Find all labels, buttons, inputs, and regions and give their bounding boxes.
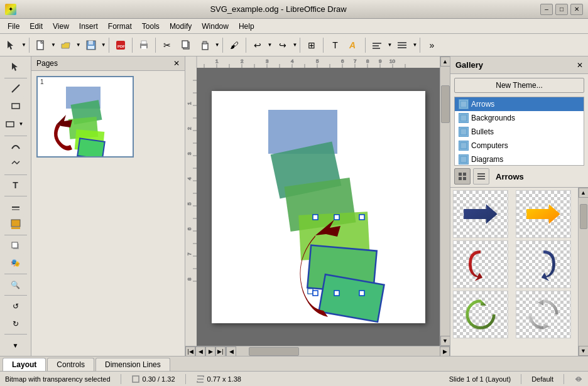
- gallery-vscroll[interactable]: ▲ ▼: [578, 188, 588, 356]
- pointer-tool[interactable]: [7, 59, 24, 75]
- svg-rect-2: [89, 41, 93, 45]
- canvas-container[interactable]: 1 2 3 4 5 6: [185, 68, 440, 346]
- text-tool-btn[interactable]: T: [326, 36, 344, 54]
- rect-tool[interactable]: [7, 98, 24, 114]
- curve-tool[interactable]: [7, 138, 24, 154]
- tab-layout[interactable]: Layout: [3, 358, 46, 371]
- open-btn[interactable]: [57, 36, 75, 54]
- select-tool-arrow[interactable]: ▼: [21, 42, 26, 48]
- new-theme-button[interactable]: New Theme...: [454, 78, 584, 93]
- gallery-item-6[interactable]: [516, 291, 571, 338]
- gallery-list-item-1[interactable]: Backgrounds: [455, 111, 584, 125]
- rotate-left-btn[interactable]: ↺: [7, 298, 24, 314]
- menubar-item-edit[interactable]: Edit: [24, 21, 48, 32]
- close-button[interactable]: ✕: [570, 4, 583, 15]
- gallery-grid-view-btn[interactable]: [454, 168, 471, 185]
- cut-btn[interactable]: ✂: [158, 36, 176, 54]
- gallery-item-3[interactable]: [453, 240, 508, 288]
- paste-arrow[interactable]: ▼: [215, 42, 220, 48]
- hscroll-right[interactable]: ▶: [440, 346, 450, 357]
- line-tool[interactable]: [7, 80, 24, 97]
- vscroll-track[interactable]: [440, 67, 450, 336]
- canvas-page[interactable]: [212, 91, 425, 323]
- undo-arrow[interactable]: ▼: [268, 42, 273, 48]
- gallery-item-2[interactable]: [516, 190, 571, 238]
- gallery-vscroll-thumb[interactable]: [580, 204, 587, 229]
- text-insert-tool[interactable]: T: [7, 177, 24, 193]
- vscroll-down[interactable]: ▼: [440, 336, 450, 346]
- gallery-close-btn[interactable]: ✕: [577, 61, 583, 70]
- copy-btn[interactable]: [177, 36, 195, 54]
- effects-btn[interactable]: 🎭: [7, 255, 24, 271]
- last-page-btn[interactable]: ▶|: [215, 346, 226, 356]
- fontwork-btn[interactable]: A: [345, 36, 362, 54]
- chart-btn[interactable]: ⊞: [303, 36, 320, 54]
- zoom-tool[interactable]: 🔍: [7, 277, 24, 293]
- save-arrow[interactable]: ▼: [101, 42, 106, 48]
- gallery-vscroll-up[interactable]: ▲: [579, 188, 589, 198]
- maximize-button[interactable]: □: [555, 4, 568, 15]
- new-btn[interactable]: [32, 36, 50, 54]
- more-tools-btn[interactable]: ▼: [7, 337, 24, 353]
- gallery-list-item-3[interactable]: Computers: [455, 139, 584, 153]
- gallery-item-4[interactable]: [516, 240, 571, 288]
- paste-btn[interactable]: [196, 36, 214, 54]
- page-1-thumb[interactable]: 1: [36, 76, 134, 158]
- gallery-vscroll-track[interactable]: [579, 198, 588, 346]
- vscroll-thumb[interactable]: [441, 85, 450, 123]
- gallery-list-item-2[interactable]: Bullets: [455, 125, 584, 139]
- first-page-btn[interactable]: |◀: [185, 346, 195, 356]
- pages-close-btn[interactable]: ✕: [173, 59, 180, 68]
- undo-btn[interactable]: ↩: [249, 36, 266, 54]
- menubar-item-insert[interactable]: Insert: [74, 21, 103, 32]
- select-tool-btn[interactable]: [3, 36, 20, 54]
- hscroll-track[interactable]: [236, 346, 440, 357]
- new-arrow[interactable]: ▼: [51, 42, 56, 48]
- redo-arrow[interactable]: ▼: [293, 42, 298, 48]
- print-btn[interactable]: [135, 36, 153, 54]
- prev-page-btn[interactable]: ◀: [195, 346, 205, 356]
- save-btn[interactable]: [82, 36, 100, 54]
- canvas-vscroll[interactable]: ▲ ▼: [440, 56, 450, 346]
- vscroll-up[interactable]: ▲: [440, 56, 450, 67]
- canvas-inner[interactable]: [197, 68, 440, 346]
- align-arrow[interactable]: ▼: [387, 42, 392, 48]
- menubar-item-view[interactable]: View: [48, 21, 74, 32]
- line-style-btn[interactable]: [7, 199, 24, 215]
- minimize-button[interactable]: –: [540, 4, 553, 15]
- rotate-right-btn[interactable]: ↻: [7, 316, 24, 332]
- gallery-list-view-btn[interactable]: [473, 168, 489, 185]
- menubar-item-format[interactable]: Format: [103, 21, 137, 32]
- spacing-arrow[interactable]: ▼: [412, 42, 417, 48]
- menubar-item-tools[interactable]: Tools: [137, 21, 165, 32]
- redo-btn[interactable]: ↪: [274, 36, 291, 54]
- gallery-item-5[interactable]: [453, 291, 508, 338]
- canvas-hscroll[interactable]: ◀ ▶: [226, 346, 450, 356]
- hscroll-left[interactable]: ◀: [226, 346, 236, 357]
- connector-tool[interactable]: [7, 156, 24, 172]
- shape-arrow-tool[interactable]: ▼: [16, 115, 27, 133]
- tab-controls[interactable]: Controls: [47, 358, 94, 371]
- menubar-item-file[interactable]: File: [3, 21, 24, 32]
- shape-tool[interactable]: [4, 115, 16, 133]
- export-pdf-btn[interactable]: PDF: [112, 36, 129, 54]
- gallery-vscroll-down[interactable]: ▼: [579, 346, 589, 356]
- open-arrow[interactable]: ▼: [76, 42, 81, 48]
- gallery-list-item-4[interactable]: Diagrams: [455, 153, 584, 166]
- fill-color-btn[interactable]: [7, 216, 24, 232]
- page-1-container[interactable]: 1: [36, 76, 134, 158]
- tab-dimension-lines[interactable]: Dimension Lines: [95, 358, 170, 371]
- gallery-item-1[interactable]: [453, 190, 508, 238]
- gallery-list[interactable]: ArrowsBackgroundsBulletsComputersDiagram…: [454, 97, 584, 166]
- menubar-item-modify[interactable]: Modify: [165, 21, 197, 32]
- align-left-btn[interactable]: [368, 36, 386, 54]
- menubar-item-help[interactable]: Help: [234, 21, 259, 32]
- more-btn[interactable]: »: [423, 36, 440, 54]
- gallery-list-item-0[interactable]: Arrows: [455, 97, 584, 111]
- menubar-item-window[interactable]: Window: [197, 21, 234, 32]
- spacing-btn[interactable]: [393, 36, 411, 54]
- hscroll-thumb[interactable]: [249, 347, 299, 356]
- next-page-btn[interactable]: ▶: [205, 346, 215, 356]
- clone-formatting-btn[interactable]: 🖌: [226, 36, 243, 54]
- shadow-btn[interactable]: [7, 238, 24, 254]
